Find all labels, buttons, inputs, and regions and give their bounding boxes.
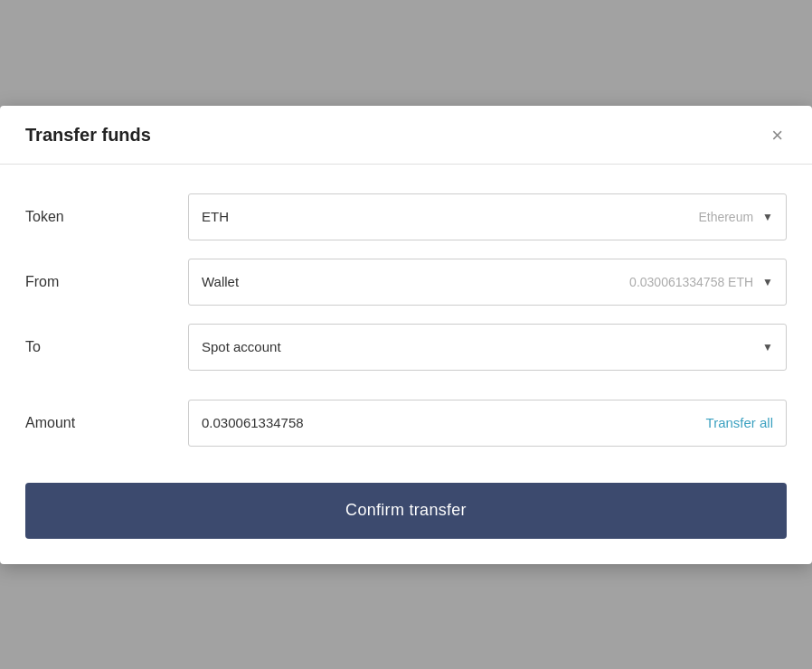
amount-row: Amount 0.030061334758 Transfer all bbox=[25, 400, 787, 447]
modal-header: Transfer funds × bbox=[0, 106, 812, 165]
transfer-modal: Transfer funds × Token ETH Ethereum ▼ Fr… bbox=[0, 106, 812, 564]
chevron-down-icon: ▼ bbox=[762, 276, 773, 288]
to-right: ▼ bbox=[762, 341, 773, 353]
modal-body: Token ETH Ethereum ▼ From Wallet 0.03006… bbox=[0, 165, 812, 564]
amount-field[interactable]: 0.030061334758 Transfer all bbox=[188, 400, 787, 447]
transfer-all-button[interactable]: Transfer all bbox=[706, 415, 773, 430]
confirm-transfer-button[interactable]: Confirm transfer bbox=[25, 483, 787, 539]
token-label: Token bbox=[25, 209, 188, 225]
amount-label: Amount bbox=[25, 415, 188, 431]
from-balance: 0.030061334758 ETH bbox=[629, 275, 753, 289]
from-value: Wallet bbox=[202, 274, 239, 289]
spacer bbox=[25, 389, 787, 400]
token-row: Token ETH Ethereum ▼ bbox=[25, 193, 787, 240]
from-dropdown[interactable]: Wallet 0.030061334758 ETH ▼ bbox=[188, 259, 787, 306]
from-label: From bbox=[25, 274, 188, 290]
from-right: 0.030061334758 ETH ▼ bbox=[629, 275, 773, 289]
from-row: From Wallet 0.030061334758 ETH ▼ bbox=[25, 259, 787, 306]
to-label: To bbox=[25, 339, 188, 355]
amount-value: 0.030061334758 bbox=[202, 415, 304, 430]
close-button[interactable]: × bbox=[768, 124, 787, 147]
to-dropdown[interactable]: Spot account ▼ bbox=[188, 324, 787, 371]
chevron-down-icon: ▼ bbox=[762, 211, 773, 223]
token-name: Ethereum bbox=[698, 210, 753, 224]
chevron-down-icon: ▼ bbox=[762, 341, 773, 353]
modal-title: Transfer funds bbox=[25, 125, 151, 146]
modal-overlay: Transfer funds × Token ETH Ethereum ▼ Fr… bbox=[0, 0, 812, 669]
token-dropdown[interactable]: ETH Ethereum ▼ bbox=[188, 193, 787, 240]
to-row: To Spot account ▼ bbox=[25, 324, 787, 371]
token-value: ETH bbox=[202, 209, 229, 224]
token-right: Ethereum ▼ bbox=[698, 210, 773, 224]
to-value: Spot account bbox=[202, 339, 281, 354]
